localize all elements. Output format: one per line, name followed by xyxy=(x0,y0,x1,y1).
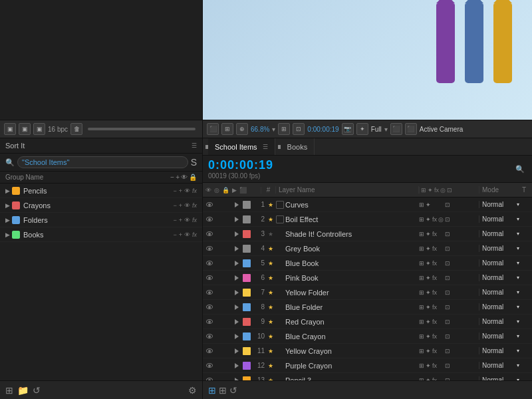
layer-star[interactable]: ★ xyxy=(267,201,275,208)
layer-row[interactable]: 5 ★ Blue Book ⊞ ✦ fx ◎ ⊡ Normal ▾ xyxy=(203,256,532,271)
layer-visibility[interactable] xyxy=(203,246,216,251)
layer-mode[interactable]: Normal ▾ xyxy=(479,347,522,354)
layer-visibility[interactable] xyxy=(203,231,216,236)
toolbar-btn-1[interactable]: ▣ xyxy=(4,123,16,135)
layer-visibility[interactable] xyxy=(203,305,216,309)
layer-row[interactable]: 4 ★ Grey Book ⊞ ✦ fx ◎ ⊡ Normal ▾ xyxy=(203,241,532,256)
layer-mode[interactable]: Normal ▾ xyxy=(479,303,522,311)
group-plus[interactable]: + xyxy=(179,231,182,238)
sb-settings-icon[interactable]: ⚙ xyxy=(188,385,197,396)
tab-school-items[interactable]: School Items ☰ xyxy=(208,138,275,155)
layer-visibility[interactable] xyxy=(203,261,216,265)
preview-panel[interactable] xyxy=(203,0,532,120)
layer-row[interactable]: 6 ★ Pink Book ⊞ ✦ fx ◎ ⊡ Normal ▾ xyxy=(203,271,532,285)
layer-mode[interactable]: Normal ▾ xyxy=(479,289,522,296)
layer-mode[interactable]: Normal ▾ xyxy=(479,318,522,325)
layer-row[interactable]: 13 ★ Pencil 3 ⊞ ✦ fx ◎ ⊡ Normal ▾ xyxy=(203,373,532,380)
layer-collapse-btn[interactable] xyxy=(232,275,241,281)
layer-collapse-btn[interactable] xyxy=(232,319,241,325)
layer-row[interactable]: 10 ★ Blue Crayon ⊞ ✦ fx ◎ ⊡ Normal ▾ xyxy=(203,329,532,344)
group-minus[interactable]: − xyxy=(173,202,176,209)
layer-row[interactable]: 1 ★ Curves ⊞ ✦ fx ◎ ⊡ Normal ▾ xyxy=(203,198,532,212)
layer-star[interactable]: ★ xyxy=(267,348,275,354)
layer-row[interactable]: 2 ★ Boil Effect ⊞ ✦ fx ◎ ⊡ Normal ▾ xyxy=(203,212,532,227)
layer-mode[interactable]: Normal ▾ xyxy=(479,245,522,252)
layer-visibility[interactable] xyxy=(203,319,216,324)
group-eye[interactable]: 👁 xyxy=(184,217,190,223)
layer-star[interactable]: ★ xyxy=(267,304,275,311)
sb-new-icon[interactable]: ⊞ xyxy=(5,385,13,396)
toolbar-btn-y[interactable]: ⬛ xyxy=(405,123,417,135)
layer-mode[interactable]: Normal ▾ xyxy=(479,362,522,369)
group-row[interactable]: ▶ Books − + 👁 fx xyxy=(0,227,202,242)
group-minus[interactable]: − xyxy=(173,217,176,223)
layer-star[interactable]: ★ xyxy=(267,319,275,325)
layer-visibility[interactable] xyxy=(203,334,216,338)
layer-star[interactable]: ★ xyxy=(267,275,275,281)
group-row[interactable]: ▶ Folders − + 👁 fx xyxy=(0,213,202,227)
toolbar-btn-x[interactable]: ⬛ xyxy=(390,123,402,135)
timecode-big[interactable]: 0:00:00:19 xyxy=(208,158,273,172)
zoom-dropdown[interactable]: 66.8% xyxy=(251,126,269,133)
groups-plus[interactable]: + xyxy=(176,174,180,181)
toolbar-magnify-btn[interactable]: ⊕ xyxy=(236,123,248,135)
toolbar-btn-star[interactable]: ✦ xyxy=(356,123,368,135)
groups-minus[interactable]: − xyxy=(170,174,174,181)
toolbar-grid-btn[interactable]: ⊞ xyxy=(221,123,233,135)
layer-mode[interactable]: Normal ▾ xyxy=(479,215,522,223)
sort-icon[interactable]: S xyxy=(191,157,197,168)
layer-collapse-btn[interactable] xyxy=(232,290,241,295)
group-minus[interactable]: − xyxy=(173,231,176,238)
layer-star[interactable]: ★ xyxy=(267,362,275,369)
search-box[interactable] xyxy=(17,156,188,168)
bb-refresh-icon[interactable]: ↺ xyxy=(229,385,237,396)
layer-row[interactable]: 8 ★ Blue Folder ⊞ ✦ fx ◎ ⊡ Normal ▾ xyxy=(203,300,532,315)
toolbar-btn-trash[interactable]: 🗑 xyxy=(70,123,82,135)
layer-collapse-btn[interactable] xyxy=(232,348,241,354)
layer-visibility[interactable] xyxy=(203,348,216,353)
layer-collapse-btn[interactable] xyxy=(232,363,241,368)
layer-star[interactable]: ★ xyxy=(267,245,275,252)
bb-folder-icon[interactable]: ⊞ xyxy=(219,385,227,396)
toolbar-btn-extra2[interactable]: ⊡ xyxy=(293,123,305,135)
layer-star[interactable]: ★ xyxy=(267,260,275,267)
layer-star[interactable]: ★ xyxy=(267,231,275,237)
layer-collapse-btn[interactable] xyxy=(232,246,241,251)
layer-collapse-btn[interactable] xyxy=(232,261,241,266)
groups-eye[interactable]: 👁 xyxy=(181,174,188,181)
tab-menu-icon-1[interactable]: ☰ xyxy=(263,144,268,150)
layer-star[interactable]: ★ xyxy=(267,333,275,340)
layer-row[interactable]: 12 ★ Purple Crayon ⊞ ✦ fx ◎ ⊡ Normal ▾ xyxy=(203,358,532,373)
layer-star[interactable]: ★ xyxy=(267,216,275,223)
toolbar-btn-2[interactable]: ▣ xyxy=(19,123,31,135)
layer-collapse-btn[interactable] xyxy=(232,231,241,237)
layer-star[interactable]: ★ xyxy=(267,289,275,296)
toolbar-btn-3[interactable]: ▣ xyxy=(33,123,45,135)
layer-mode[interactable]: Normal ▾ xyxy=(479,274,522,281)
timeline-search-btn[interactable]: 🔍 xyxy=(513,162,527,176)
tab-books[interactable]: Books xyxy=(281,138,315,155)
layer-row[interactable]: 7 ★ Yellow Folder ⊞ ✦ fx ◎ ⊡ Normal ▾ xyxy=(203,285,532,300)
group-minus[interactable]: − xyxy=(173,188,176,194)
group-plus[interactable]: + xyxy=(179,202,182,209)
group-eye[interactable]: 👁 xyxy=(184,231,190,238)
group-row[interactable]: ▶ Crayons − + 👁 fx xyxy=(0,198,202,213)
layer-visibility[interactable] xyxy=(203,275,216,280)
layer-collapse-btn[interactable] xyxy=(232,305,241,310)
groups-lock[interactable]: 🔒 xyxy=(189,174,197,181)
sb-folder-icon[interactable]: 📁 xyxy=(17,385,29,396)
sb-refresh-icon[interactable]: ↺ xyxy=(33,385,41,396)
group-plus[interactable]: + xyxy=(179,188,182,194)
layer-row[interactable]: 3 ★ Shade It! Controllers ⊞ ✦ fx ◎ ⊡ Nor… xyxy=(203,227,532,241)
layer-mode[interactable]: Normal ▾ xyxy=(479,259,522,267)
search-input[interactable] xyxy=(22,158,184,166)
group-eye[interactable]: 👁 xyxy=(184,188,190,194)
layer-collapse-btn[interactable] xyxy=(232,202,241,207)
layer-row[interactable]: 9 ★ Red Crayon ⊞ ✦ fx ◎ ⊡ Normal ▾ xyxy=(203,315,532,329)
toolbar-monitor-btn[interactable]: ⬛ xyxy=(207,123,219,135)
toolbar-btn-extra1[interactable]: ⊞ xyxy=(278,123,290,135)
toolbar-camera-btn[interactable]: 📷 xyxy=(342,123,354,135)
sidebar-menu-icon[interactable]: ☰ xyxy=(192,142,197,149)
layer-mode[interactable]: Normal ▾ xyxy=(479,332,522,340)
layer-mode[interactable]: Normal ▾ xyxy=(479,230,522,237)
